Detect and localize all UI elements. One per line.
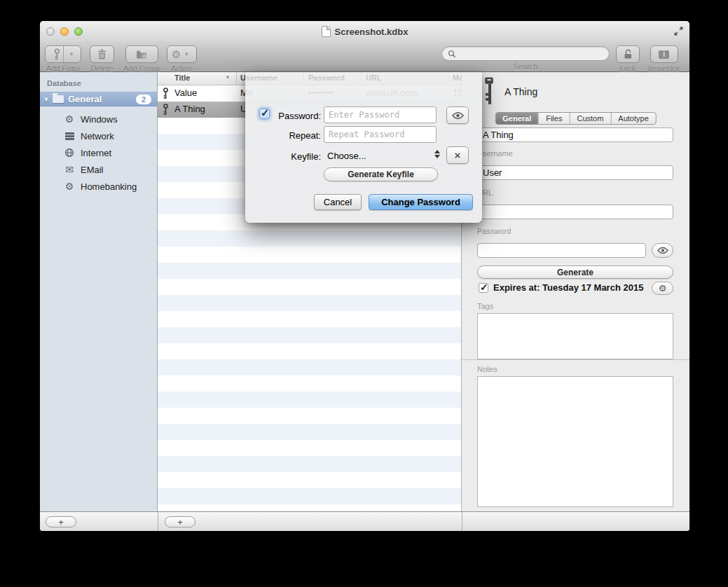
key-icon [49, 48, 61, 60]
sidebar-item-windows[interactable]: ⚙ Windows [40, 111, 157, 127]
pane-divider [462, 512, 462, 531]
eye-icon [657, 247, 668, 254]
repeat-password-input[interactable] [324, 126, 437, 143]
add-group-group: Add Group [123, 46, 160, 73]
dialog-repeat-label: Repeat: [272, 130, 321, 141]
section-divider [462, 359, 689, 360]
pane-divider [158, 512, 158, 531]
sidebar-group-general[interactable]: ▼ General 2 [40, 92, 157, 106]
sidebar-item-homebanking[interactable]: ⚙ Homebanking [40, 178, 157, 195]
tab-general[interactable]: General [495, 113, 539, 124]
folder-plus-icon [136, 50, 148, 60]
trash-icon [97, 49, 107, 60]
check-icon: ✓ [480, 282, 488, 293]
sidebar-section-header: Database [47, 79, 157, 88]
expiry-options-button[interactable]: ⚙ [652, 282, 673, 295]
app-window: Screenshot.kdbx ▼ Add Entry Delete [40, 21, 689, 531]
change-password-button[interactable]: Change Password [369, 194, 473, 210]
key-icon [162, 88, 170, 99]
gear-icon: ⚙ [64, 181, 75, 192]
delete-group: Delete [90, 46, 114, 73]
sidebar-item-label: Homebanking [81, 181, 137, 192]
password-field[interactable] [477, 243, 646, 258]
add-group-button[interactable] [125, 46, 158, 63]
entry-count-badge: 2 [136, 95, 151, 104]
expires-label: Expires at: Tuesday 17 March 2015 [493, 282, 643, 293]
password-label: Password [477, 227, 511, 235]
search-label: Search [514, 62, 538, 71]
check-icon: ✓ [261, 106, 270, 119]
sidebar-item-label: Internet [81, 148, 111, 158]
sort-indicator-icon: ▼ [225, 74, 231, 81]
gear-icon: ⚙ [64, 113, 75, 125]
password-enabled-checkbox[interactable]: ✓ [259, 109, 270, 119]
inspector-tabs: General Files Custom Autotype [495, 112, 657, 125]
eye-icon [452, 111, 464, 120]
username-field[interactable] [477, 165, 673, 180]
gear-icon: ⚙ [172, 49, 181, 60]
title-field[interactable] [477, 127, 673, 142]
title-bar[interactable]: Screenshot.kdbx [40, 21, 689, 42]
info-icon: i [659, 50, 669, 59]
group-sidebar: Database ▼ General 2 ⚙ Windows Network [40, 72, 158, 511]
server-icon [64, 132, 75, 140]
add-entry-footer-button[interactable]: + [165, 516, 195, 527]
add-entry-button[interactable]: ▼ [45, 46, 81, 63]
sidebar-item-internet[interactable]: Internet [40, 144, 157, 161]
dialog-password-label: Password: [272, 111, 321, 121]
folder-icon [53, 95, 64, 103]
add-group-footer-button[interactable]: + [46, 516, 76, 527]
inspector-button[interactable]: i [650, 46, 678, 63]
key-icon [162, 104, 170, 116]
sidebar-item-label: Network [81, 131, 114, 141]
keyfile-popup[interactable]: Choose... [327, 151, 366, 161]
chevron-down-icon: ▼ [66, 51, 77, 57]
cancel-button[interactable]: Cancel [314, 194, 362, 210]
chevron-down-icon: ▼ [181, 51, 192, 57]
new-password-input[interactable] [324, 106, 437, 123]
gear-icon: ⚙ [659, 284, 667, 293]
unlock-icon [623, 49, 633, 60]
toolbar: ▼ Add Entry Delete Add Group ⚙ ▼ [40, 42, 689, 72]
column-divider[interactable] [236, 72, 237, 85]
lock-group: Lock [616, 46, 640, 73]
popup-stepper-icon[interactable] [434, 150, 440, 158]
cell-title: A Thing [174, 104, 235, 114]
inspector-group: i Inspector [648, 46, 680, 73]
search-icon [448, 50, 456, 58]
disclosure-triangle-icon[interactable]: ▼ [40, 96, 53, 103]
entry-key-icon [481, 76, 498, 106]
tab-custom[interactable]: Custom [570, 113, 611, 124]
column-header-title[interactable]: Title [174, 74, 190, 82]
search-group: Search [441, 46, 610, 71]
footer-bar: + + [40, 511, 689, 531]
clear-keyfile-button[interactable]: × [446, 146, 469, 164]
search-input[interactable] [459, 49, 599, 59]
change-password-dialog: ✓ Password: Repeat: Keyfile: Choose... ×… [245, 72, 482, 223]
inspector-entry-title: A Thing [504, 86, 537, 97]
expires-checkbox[interactable]: ✓ [479, 283, 488, 293]
lock-button[interactable] [616, 46, 640, 63]
generate-keyfile-button[interactable]: Generate Keyfile [324, 167, 438, 181]
search-field[interactable] [441, 46, 610, 61]
envelope-icon: ✉ [64, 164, 75, 175]
generate-password-button[interactable]: Generate [477, 265, 673, 279]
cell-title: Value [174, 88, 235, 98]
delete-button[interactable] [90, 46, 114, 63]
document-icon [322, 26, 331, 37]
notes-input[interactable] [477, 376, 673, 507]
fullscreen-icon[interactable] [673, 26, 684, 36]
action-button[interactable]: ⚙ ▼ [167, 46, 197, 63]
tab-autotype[interactable]: Autotype [611, 113, 655, 124]
url-field[interactable] [477, 205, 673, 219]
tab-files[interactable]: Files [539, 113, 570, 124]
reveal-password-button[interactable] [446, 106, 469, 124]
action-group: ⚙ ▼ Action [167, 46, 197, 73]
tags-input[interactable] [477, 313, 673, 359]
sidebar-item-network[interactable]: Network [40, 127, 157, 144]
username-label: Username [477, 149, 513, 158]
tags-label: Tags [477, 302, 493, 310]
sidebar-item-email[interactable]: ✉ EMail [40, 161, 157, 178]
add-entry-group: ▼ Add Entry [45, 46, 81, 73]
reveal-password-button[interactable] [652, 243, 673, 258]
